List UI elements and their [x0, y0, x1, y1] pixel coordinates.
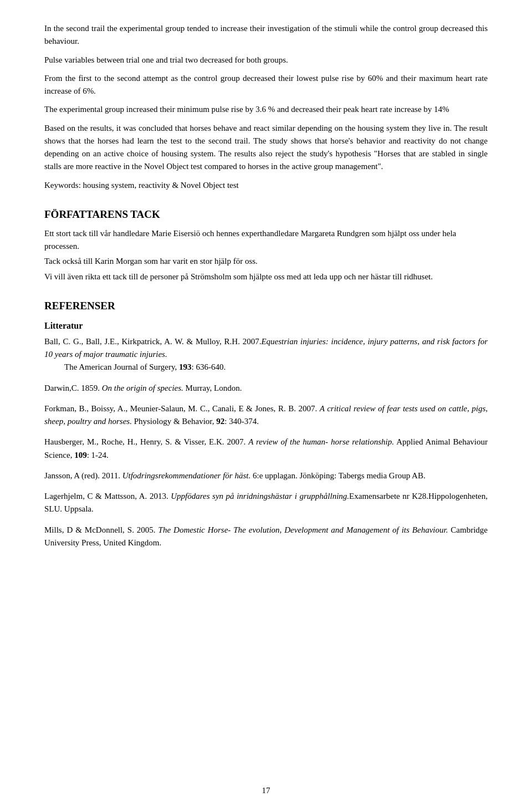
ref-forkman-rest: Physiology & Behavior, 92: 340-374. [132, 417, 259, 426]
ref-jansson-title: Utfodringsrekommendationer för häst. [122, 471, 251, 480]
ref-forkman: Forkman, B., Boissy, A., Meunier-Salaun,… [44, 402, 488, 428]
ref-mills-title: The Domestic Horse- The evolution, Devel… [158, 525, 448, 534]
paragraph-1: In the second trail the experimental gro… [44, 22, 488, 48]
ref-darwin-rest: Murray, London. [183, 384, 242, 392]
ref-mills-authors: Mills, D & McDonnell, S. 2005. [44, 525, 158, 534]
author-thanks-heading: FÖRFATTARENS TACK [44, 208, 488, 221]
paragraph-2: Pulse variables between trial one and tr… [44, 54, 488, 67]
ref-jansson-authors: Jansson, A (red). 2011. [44, 471, 122, 480]
keywords: Keywords: housing system, reactivity & N… [44, 179, 488, 192]
ref-hausberger: Hausberger, M., Roche, H., Henry, S. & V… [44, 436, 488, 462]
ref-ball: Ball, C. G., Ball, J.E., Kirkpatrick, A.… [44, 335, 488, 374]
acknowledgement-line-2: Tack också till Karin Morgan som har var… [44, 255, 488, 268]
ref-darwin-authors: Darwin,C. 1859. [44, 384, 102, 392]
ref-lagerhjelm-authors: Lagerhjelm, C & Mattsson, A. 2013. [44, 492, 171, 501]
paragraph-4: The experimental group increased their m… [44, 103, 488, 116]
ref-hausberger-authors: Hausberger, M., Roche, H., Henry, S. & V… [44, 437, 248, 446]
references-section: Litteratur Ball, C. G., Ball, J.E., Kirk… [44, 321, 488, 549]
litteratur-subheading: Litteratur [44, 321, 488, 331]
references-heading: REFERENSER [44, 300, 488, 312]
paragraph-3: From the first to the second attempt as … [44, 72, 488, 98]
ref-jansson: Jansson, A (red). 2011. Utfodringsrekomm… [44, 469, 488, 482]
acknowledgement-line-1: Ett stort tack till vår handledare Marie… [44, 227, 488, 253]
ref-forkman-authors: Forkman, B., Boissy, A., Meunier-Salaun,… [44, 404, 320, 413]
ref-mills: Mills, D & McDonnell, S. 2005. The Domes… [44, 524, 488, 550]
ref-ball-authors: Ball, C. G., Ball, J.E., Kirkpatrick, A.… [44, 337, 261, 346]
paragraph-5: Based on the results, it was concluded t… [44, 122, 488, 173]
ref-ball-journal: The American Journal of Surgery, 193: 63… [44, 361, 488, 374]
ref-lagerhjelm: Lagerhjelm, C & Mattsson, A. 2013. Uppfö… [44, 490, 488, 516]
ref-darwin-title: On the origin of species. [102, 384, 183, 392]
ref-lagerhjelm-title: Uppfödares syn på inridningshästar i gru… [171, 492, 349, 501]
page-number: 17 [0, 786, 532, 795]
acknowledgement-line-3: Vi vill även rikta ett tack till de pers… [44, 270, 488, 283]
ref-hausberger-title: A review of the human- horse relationshi… [248, 437, 394, 446]
ref-jansson-rest: 6:e upplagan. Jönköping: Tabergs media G… [250, 471, 425, 480]
page: In the second trail the experimental gro… [0, 0, 532, 812]
ref-darwin: Darwin,C. 1859. On the origin of species… [44, 382, 488, 395]
